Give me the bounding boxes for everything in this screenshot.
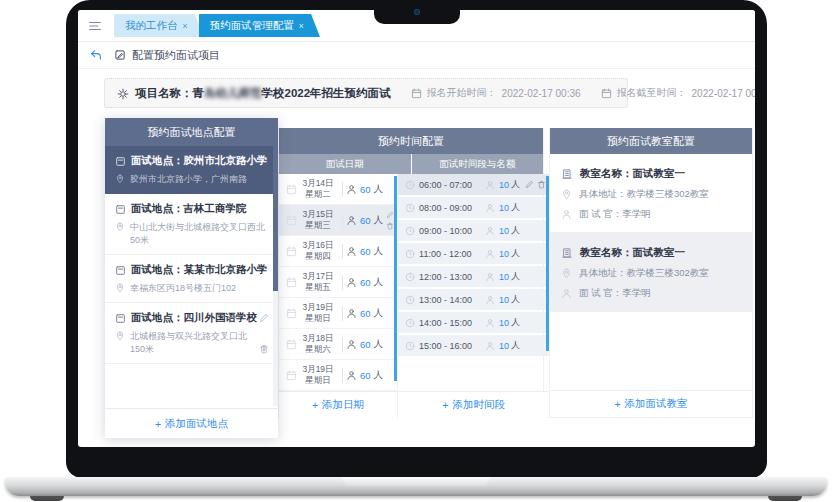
gear-icon	[117, 86, 129, 99]
add-slot-button[interactable]: + 添加时间段	[398, 391, 549, 418]
edit-icon[interactable]	[259, 313, 269, 323]
stage: 我的工作台 × 预约面试管理配置 × 配置预约面试项目	[0, 0, 832, 502]
person-icon	[346, 184, 357, 195]
slot-quota: 10	[499, 341, 509, 351]
date-row[interactable]: 3月15日 星期三 60 人	[279, 205, 397, 236]
calendar-icon	[286, 184, 297, 195]
calendar-icon	[601, 88, 612, 99]
date-row[interactable]: 3月17日 星期五 60 人	[279, 267, 397, 298]
date-subheader: 面试日期	[279, 154, 411, 174]
person-icon	[485, 318, 495, 328]
delete-icon[interactable]	[259, 344, 269, 354]
slot-quota: 10	[499, 226, 509, 236]
date-row[interactable]: 3月18日 星期六 60 人	[279, 329, 397, 360]
time-slot-row[interactable]: 12:00 - 13:00 10 人	[398, 266, 549, 287]
location-title: 面试地点：某某市北京路小学	[131, 263, 268, 277]
date-value: 3月15日	[297, 209, 339, 220]
classroom-address-label: 具体地址：	[579, 267, 627, 278]
date-value: 3月19日	[297, 302, 339, 313]
back-button[interactable]	[78, 48, 114, 62]
page-title: 配置预约面试项目	[114, 48, 220, 63]
time-slot-row[interactable]: 11:00 - 12:00 10 人	[398, 243, 549, 264]
map-pin-icon	[115, 283, 125, 293]
add-classroom-button[interactable]: + 添加面试教室	[550, 390, 752, 417]
location-title: 面试地点：四川外国语学校	[131, 311, 257, 325]
date-row[interactable]: 3月16日 星期四 60 人	[279, 236, 397, 267]
slot-time: 14:00 - 15:00	[419, 318, 481, 328]
edit-icon[interactable]	[386, 211, 394, 219]
map-pin-icon	[115, 331, 125, 341]
clock-icon	[405, 249, 415, 259]
person-icon	[485, 203, 495, 213]
quota-unit: 人	[374, 214, 384, 227]
time-slot-row[interactable]: 14:00 - 15:00 10 人	[398, 312, 549, 333]
add-location-button[interactable]: + 添加面试地点	[105, 408, 278, 438]
person-icon	[346, 308, 357, 319]
date-row[interactable]: 3月19日 星期日 60 人	[279, 360, 397, 391]
camera-dot	[414, 9, 420, 15]
person-icon	[485, 249, 495, 259]
location-item[interactable]: 面试地点：四川外国语学校 北城根路与双兴北路交叉口北150米	[105, 303, 278, 364]
person-icon	[561, 209, 572, 220]
menu-icon[interactable]	[88, 17, 102, 35]
laptop-bezel: 我的工作台 × 预约面试管理配置 × 配置预约面试项目	[66, 0, 767, 478]
close-icon[interactable]: ×	[299, 21, 304, 31]
time-slot-row[interactable]: 09:00 - 10:00 10 人	[398, 220, 549, 241]
weekday-value: 星期三	[297, 220, 339, 231]
time-slot-row[interactable]: 15:00 - 16:00 10 人	[398, 335, 549, 356]
classroom-name: 面试教室一	[633, 246, 686, 258]
time-slot-row[interactable]: 08:00 - 09:00 10 人	[398, 197, 549, 218]
map-pin-icon	[115, 174, 125, 184]
map-pin-icon	[115, 222, 125, 232]
classroom-card[interactable]: 教室名称：面试教室一 具体地址：教学楼三楼302教室 面 试 官：李学明	[550, 233, 752, 312]
date-value: 3月16日	[297, 240, 339, 251]
slots-list: 06:00 - 07:00 10 人	[398, 174, 549, 358]
time-slot-row[interactable]: 13:00 - 14:00 10 人	[398, 289, 549, 310]
delete-icon[interactable]	[386, 222, 394, 230]
tab-interview-config[interactable]: 预约面试管理配置 ×	[199, 14, 320, 37]
clock-icon	[405, 295, 415, 305]
tab-my-workspace[interactable]: 我的工作台 ×	[114, 14, 204, 37]
quota-value: 60	[360, 370, 371, 381]
edit-icon[interactable]	[525, 180, 534, 189]
screen: 我的工作台 × 预约面试管理配置 × 配置预约面试项目	[78, 10, 755, 447]
scrollbar-thumb[interactable]	[394, 176, 397, 381]
classroom-card[interactable]: 教室名称：面试教室一 具体地址：教学楼三楼302教室 面 试 官：李学明	[550, 154, 752, 233]
quota-unit: 人	[511, 224, 520, 237]
scrollbar-thumb[interactable]	[546, 176, 549, 351]
signup-start-time: 报名开始时间：2022-02-17 00:36	[411, 86, 581, 100]
time-slot-row[interactable]: 06:00 - 07:00 10 人	[398, 174, 549, 195]
close-icon[interactable]: ×	[183, 21, 188, 31]
location-address: 北城根路与双兴北路交叉口北150米	[130, 330, 259, 356]
quota-unit: 人	[374, 276, 384, 289]
add-date-button[interactable]: + 添加日期	[279, 391, 397, 418]
calendar-icon	[286, 339, 297, 350]
location-item[interactable]: 面试地点：某某市北京路小学 幸福东区丙18号楼五门102	[105, 255, 278, 303]
plus-icon: +	[155, 418, 161, 430]
scrollbar-thumb[interactable]	[273, 146, 278, 291]
clock-icon	[405, 180, 415, 190]
location-item[interactable]: 面试地点：吉林工商学院 中山北大街与北城根路交叉口西北50米	[105, 194, 278, 255]
calendar-icon	[286, 215, 297, 226]
edit-square-icon	[114, 49, 126, 61]
calendar-icon	[286, 370, 297, 381]
location-item[interactable]: 面试地点：胶州市北京路小学 胶州市北京路小学，广州南路	[105, 146, 278, 194]
locations-panel-title: 预约面试地点配置	[105, 118, 278, 146]
weekday-value: 星期四	[297, 251, 339, 262]
weekday-value: 星期日	[297, 375, 339, 386]
weekday-value: 星期二	[297, 189, 339, 200]
calendar-icon	[286, 277, 297, 288]
quota-unit: 人	[374, 183, 384, 196]
time-config-title: 预约时间配置	[279, 128, 543, 154]
map-pin-icon	[561, 189, 572, 200]
person-icon	[346, 246, 357, 257]
laptop-lid-groove	[343, 477, 489, 486]
delete-icon[interactable]	[537, 180, 546, 189]
date-row[interactable]: 3月14日 星期二 60 人	[279, 174, 397, 205]
slot-quota: 10	[499, 272, 509, 282]
toolbar: 配置预约面试项目	[78, 42, 755, 69]
quota-value: 60	[360, 339, 371, 350]
classroom-address-label: 具体地址：	[579, 188, 627, 199]
date-row[interactable]: 3月19日 星期日 60 人	[279, 298, 397, 329]
project-name: 项目名称：青岛幼儿师范学校2022年招生预约面试	[135, 86, 391, 101]
